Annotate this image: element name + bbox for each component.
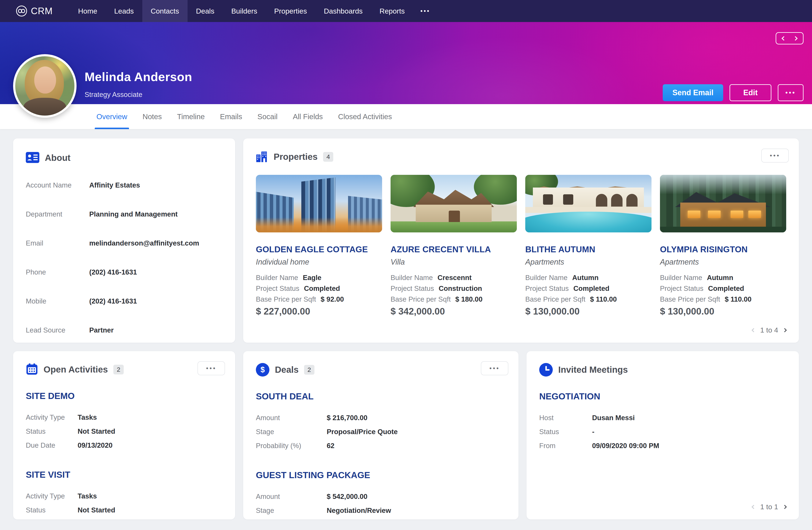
- nav-item-deals[interactable]: Deals: [188, 0, 223, 22]
- open-activities-card: Open Activities 2 ••• SITE DEMO Activity…: [13, 351, 235, 519]
- about-field-row: DepartmentPlanning and Management: [26, 210, 222, 218]
- open-activities-title: Open Activities: [44, 364, 108, 375]
- buildings-icon: [256, 150, 268, 163]
- contact-card-icon: [26, 152, 39, 164]
- nav-item-reports[interactable]: Reports: [371, 0, 413, 22]
- property-name-link[interactable]: GOLDEN EAGLE COTTAGE: [256, 245, 382, 254]
- about-field-row: Mobile(202) 416-1631: [26, 297, 222, 305]
- hero-record-carousel[interactable]: [775, 32, 803, 44]
- properties-count-badge: 4: [323, 152, 333, 162]
- property-image-olympia-risington: [660, 175, 786, 233]
- property-price: $ 130,000.00: [525, 306, 652, 317]
- nav-item-dashboards[interactable]: Dashboards: [315, 0, 371, 22]
- dollar-icon: $: [256, 363, 270, 377]
- property-name-link[interactable]: OLYMPIA RISINGTON: [660, 245, 786, 254]
- deals-card: $ Deals 2 ••• SOUTH DEAL Amount$ 216,700…: [243, 351, 519, 519]
- property-price: $ 130,000.00: [660, 306, 786, 317]
- property-image-golden-eagle: [256, 175, 382, 233]
- about-field-row: Lead SourcePartner: [26, 326, 222, 334]
- property-image-azure-crecent: [391, 175, 517, 233]
- property-item: BLITHE AUTUMN Apartments Builder NameAut…: [525, 175, 652, 317]
- property-item: GOLDEN EAGLE COTTAGE Individual home Bui…: [256, 175, 382, 317]
- property-item: OLYMPIA RISINGTON Apartments Builder Nam…: [660, 175, 786, 317]
- nav-more-icon[interactable]: •••: [413, 0, 437, 22]
- top-nav: CRM Home Leads Contacts Deals Builders P…: [0, 0, 812, 22]
- avatar: [13, 54, 76, 118]
- previous-record-icon[interactable]: [782, 36, 786, 40]
- property-image-blithe-autumn: [525, 175, 652, 233]
- properties-more-button[interactable]: •••: [761, 149, 789, 163]
- invited-meetings-card: Invited Meetings NEGOTIATION HostDusan M…: [526, 351, 799, 519]
- nav-item-leads[interactable]: Leads: [106, 0, 142, 22]
- nav-item-properties[interactable]: Properties: [266, 0, 316, 22]
- tab-timeline[interactable]: Timeline: [169, 104, 212, 129]
- tab-notes[interactable]: Notes: [135, 104, 169, 129]
- tab-all-fields[interactable]: All Fields: [285, 104, 331, 129]
- deals-more-button[interactable]: •••: [481, 361, 508, 375]
- open-activities-more-button[interactable]: •••: [198, 361, 225, 375]
- about-card: About Account NameAffinity Estates Depar…: [13, 138, 235, 343]
- property-item: AZURE CRECENT VILLA Villa Builder NameCr…: [391, 175, 517, 317]
- tab-socail[interactable]: Socail: [250, 104, 285, 129]
- property-name-link[interactable]: BLITHE AUTUMN: [525, 245, 652, 254]
- property-name-link[interactable]: AZURE CRECENT VILLA: [391, 245, 517, 254]
- brand-name: CRM: [31, 6, 53, 16]
- send-email-button[interactable]: Send Email: [663, 84, 723, 101]
- contact-name: Melinda Anderson: [85, 70, 192, 84]
- deal-name-link[interactable]: GUEST LISTING PACKAGE: [256, 470, 506, 480]
- pagination-prev-icon[interactable]: [752, 328, 756, 332]
- nav-item-contacts[interactable]: Contacts: [142, 0, 188, 22]
- about-title: About: [45, 153, 70, 163]
- edit-button[interactable]: Edit: [729, 84, 771, 101]
- pagination-range: 1 to 1: [760, 503, 778, 511]
- nav-item-home[interactable]: Home: [70, 0, 106, 22]
- pagination-next-icon[interactable]: [783, 505, 787, 509]
- hero-more-button[interactable]: •••: [778, 84, 803, 101]
- deal-name-link[interactable]: SOUTH DEAL: [256, 391, 506, 402]
- about-field-row: Account NameAffinity Estates: [26, 181, 222, 189]
- nav-item-builders[interactable]: Builders: [223, 0, 266, 22]
- properties-card: Properties 4 ••• GOLDEN EAGLE COTTAGE In…: [243, 138, 799, 343]
- app-logo[interactable]: CRM: [16, 0, 53, 22]
- contact-role: Strategy Associate: [85, 90, 192, 99]
- calendar-icon: [26, 363, 38, 376]
- open-activities-count-badge: 2: [113, 365, 124, 374]
- properties-title: Properties: [274, 152, 318, 162]
- crm-logo-icon: [16, 5, 28, 17]
- about-field-row: Emailmelindanderson@affinityest.com: [26, 239, 222, 247]
- contact-hero-banner: Melinda Anderson Strategy Associate Send…: [0, 22, 812, 104]
- pagination-prev-icon[interactable]: [752, 505, 756, 509]
- deals-title: Deals: [275, 365, 299, 375]
- pagination-next-icon[interactable]: [783, 328, 787, 332]
- activity-name-link[interactable]: SITE DEMO: [26, 391, 222, 401]
- properties-pagination: 1 to 4: [256, 324, 786, 334]
- about-field-row: Phone(202) 416-1631: [26, 268, 222, 276]
- tab-overview[interactable]: Overview: [89, 104, 135, 129]
- clock-icon: [539, 363, 553, 377]
- next-record-icon[interactable]: [793, 36, 798, 40]
- meeting-name-link[interactable]: NEGOTIATION: [539, 391, 786, 402]
- tab-closed-activities[interactable]: Closed Activities: [331, 104, 400, 129]
- deals-count-badge: 2: [304, 365, 315, 375]
- tab-emails[interactable]: Emails: [212, 104, 250, 129]
- invited-meetings-pagination: 1 to 1: [539, 501, 786, 511]
- property-price: $ 342,000.00: [391, 306, 517, 317]
- pagination-range: 1 to 4: [760, 326, 778, 334]
- record-tabs: Overview Notes Timeline Emails Socail Al…: [0, 104, 812, 129]
- property-price: $ 227,000.00: [256, 306, 382, 317]
- invited-meetings-title: Invited Meetings: [558, 365, 628, 375]
- activity-name-link[interactable]: SITE VISIT: [26, 470, 222, 480]
